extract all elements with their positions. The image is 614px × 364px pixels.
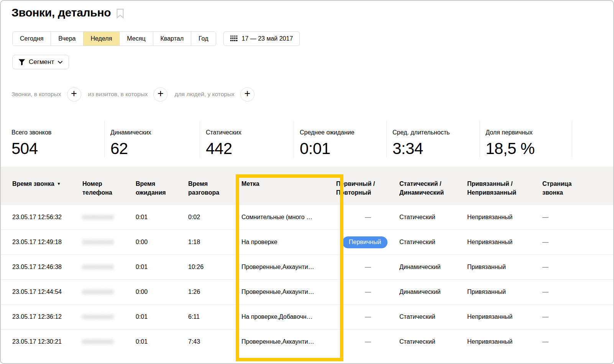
- tab-year[interactable]: Год: [191, 32, 215, 46]
- tag-cell: На проверке,Добавочн…: [241, 313, 336, 320]
- column-header-talk-time[interactable]: Время разговора: [188, 167, 227, 197]
- column-header-phone[interactable]: Номер телефона: [82, 167, 119, 197]
- static-dynamic-cell: Динамический: [399, 289, 467, 295]
- column-header-bound-unbound[interactable]: Привязанный / Непривязанный: [467, 167, 530, 197]
- primary-cell: —: [336, 289, 399, 295]
- add-people-filter-button[interactable]: +: [240, 87, 254, 102]
- wait-time-cell: 0:01: [136, 313, 188, 320]
- phone-cell: 00000000: [82, 289, 136, 295]
- calendar-dots-icon: [230, 36, 238, 42]
- tab-week[interactable]: Неделя: [84, 32, 120, 46]
- metric-avg-duration: Сред. длительность 3:34: [386, 121, 479, 157]
- phone-cell: 00000000: [82, 338, 136, 345]
- metric-label: Статических: [206, 129, 294, 136]
- empty-value-dash: —: [542, 289, 613, 295]
- wait-time-cell: 0:01: [136, 338, 188, 345]
- phone-cell: 00000000: [82, 264, 136, 271]
- talk-time-cell: 0:02: [188, 214, 241, 221]
- column-header-tag[interactable]: Метка: [241, 167, 336, 188]
- phone-cell: 00000000: [82, 313, 136, 320]
- tab-today[interactable]: Сегодня: [13, 32, 51, 46]
- add-visit-filter-button[interactable]: +: [153, 87, 167, 102]
- metric-value: 0:01: [300, 139, 386, 158]
- static-dynamic-cell: Статический: [399, 313, 467, 320]
- empty-value-dash: —: [542, 214, 613, 221]
- table-row[interactable]: 23.05.17 12:44:54000000000:001:26Провере…: [1, 279, 613, 304]
- call-time-cell: 23.05.17 12:49:18: [12, 239, 82, 246]
- static-dynamic-cell: Статический: [399, 239, 467, 246]
- metric-label: Среднее ожидание: [300, 129, 386, 136]
- tag-cell: Проверенные,Аккаунти…: [241, 264, 336, 271]
- empty-value-dash: —: [542, 264, 613, 271]
- add-call-filter-button[interactable]: +: [67, 87, 81, 102]
- phone-cell: 00000000: [82, 214, 136, 221]
- primary-cell: —: [336, 214, 399, 221]
- metrics-spacer: [572, 121, 613, 157]
- tag-cell: Проверенные,Аккаунти…: [241, 338, 336, 345]
- tab-yesterday[interactable]: Вчера: [51, 32, 83, 46]
- call-page-cell: —: [542, 289, 613, 295]
- talk-time-cell: 10:26: [188, 264, 241, 271]
- table-row[interactable]: 23.05.17 12:36:12000000000:016:11На пров…: [1, 304, 613, 329]
- call-page-cell: —: [542, 338, 613, 345]
- column-header-call-time[interactable]: Время звонка▼: [12, 167, 82, 188]
- call-page-cell: —: [542, 313, 613, 320]
- talk-time-cell: 1:26: [188, 289, 241, 295]
- metric-value: 504: [11, 139, 104, 158]
- primary-cell: Первичный: [336, 236, 399, 248]
- column-header-wait-time[interactable]: Время ожидания: [136, 167, 172, 197]
- segment-button[interactable]: Сегмент: [12, 55, 69, 69]
- phone-number-redacted: 00000000: [82, 313, 114, 320]
- column-header-primary-repeat[interactable]: Первичный / Повторный: [336, 167, 384, 197]
- call-page-cell: —: [542, 264, 613, 271]
- filter-visits-label: из визитов, в которых: [88, 91, 148, 98]
- metric-value: 442: [206, 139, 294, 158]
- empty-value-dash: —: [542, 338, 613, 345]
- call-page-cell: —: [542, 239, 613, 246]
- table-header-row: Время звонка▼ Номер телефона Время ожида…: [1, 167, 613, 205]
- table-row[interactable]: 23.05.17 12:49:18000000000:001:18На пров…: [1, 230, 613, 254]
- column-header-call-page[interactable]: Страница звонка: [542, 167, 579, 197]
- metric-label: Динамических: [110, 129, 200, 136]
- phone-number-redacted: 00000000: [82, 289, 114, 295]
- metric-total-calls: Всего звонков 504: [1, 121, 104, 157]
- period-tab-group: Сегодня Вчера Неделя Месяц Квартал Год: [12, 31, 216, 46]
- metric-avg-wait: Среднее ожидание 0:01: [294, 121, 386, 157]
- call-time-cell: 23.05.17 12:46:38: [12, 264, 82, 271]
- empty-value-dash: —: [342, 264, 394, 271]
- date-range-label: 17 — 23 май 2017: [242, 35, 293, 42]
- call-time-cell: 23.05.17 12:56:32: [12, 214, 82, 221]
- static-dynamic-cell: Динамический: [399, 264, 467, 271]
- segment-button-label: Сегмент: [29, 58, 54, 66]
- tab-month[interactable]: Месяц: [120, 32, 153, 46]
- bound-cell: Непривязанный: [467, 214, 542, 221]
- filter-calls-label: Звонки, в которых: [11, 91, 61, 98]
- table-body: 23.05.17 12:56:32000000000:010:02Сомните…: [1, 205, 613, 354]
- metric-value: 3:34: [392, 139, 479, 158]
- tab-quarter[interactable]: Квартал: [153, 32, 191, 46]
- primary-badge: Первичный: [342, 236, 387, 248]
- page-header: Звонки, детально: [11, 6, 124, 19]
- bound-cell: Привязанный: [467, 289, 542, 295]
- bound-cell: Непривязанный: [467, 239, 542, 246]
- metric-primary-share: Доля первичных 18,5 %: [479, 121, 572, 157]
- empty-value-dash: —: [342, 313, 394, 320]
- talk-time-cell: 6:11: [188, 313, 241, 320]
- phone-number-redacted: 00000000: [82, 214, 114, 220]
- bookmark-icon[interactable]: [116, 8, 124, 19]
- wait-time-cell: 0:01: [136, 264, 188, 271]
- call-time-cell: 23.05.17 12:30:21: [12, 338, 82, 345]
- table-row[interactable]: 23.05.17 12:30:21000000000:017:43Провере…: [1, 329, 613, 354]
- table-row[interactable]: 23.05.17 12:56:32000000000:010:02Сомните…: [1, 205, 613, 230]
- table-row[interactable]: 23.05.17 12:46:38000000000:0110:26Провер…: [1, 254, 613, 279]
- empty-value-dash: —: [542, 313, 613, 320]
- date-range-button[interactable]: 17 — 23 май 2017: [223, 31, 300, 46]
- static-dynamic-cell: Статический: [399, 338, 467, 345]
- chevron-down-icon: [57, 61, 63, 64]
- sort-desc-icon: ▼: [57, 182, 61, 186]
- column-header-static-dynamic[interactable]: Статический / Динамический: [399, 167, 455, 197]
- page-title: Звонки, детально: [11, 6, 111, 19]
- wait-time-cell: 0:01: [136, 214, 188, 221]
- call-time-cell: 23.05.17 12:36:12: [12, 313, 82, 320]
- phone-cell: 00000000: [82, 239, 136, 246]
